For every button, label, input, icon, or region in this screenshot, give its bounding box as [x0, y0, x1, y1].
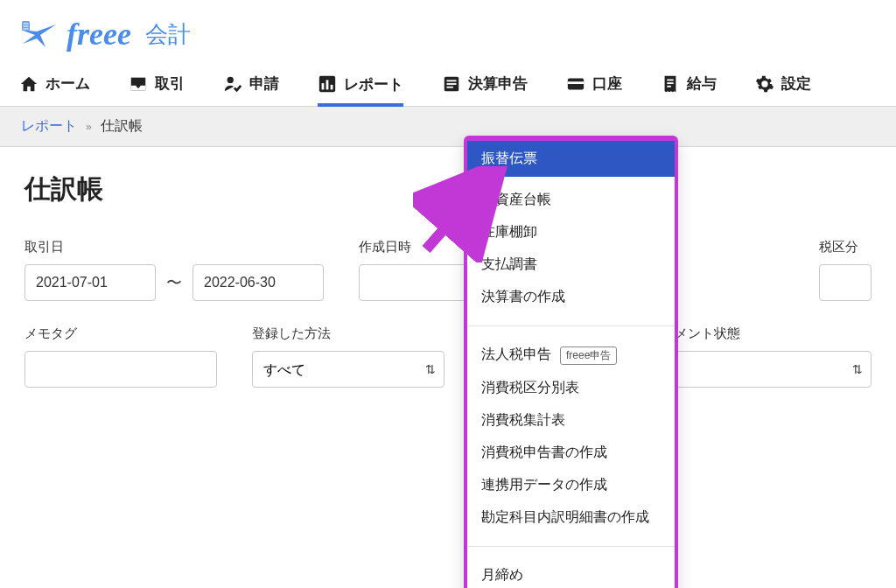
trade-date-label: 取引日	[24, 239, 324, 256]
trade-date-to-input[interactable]	[192, 264, 324, 301]
nav-application[interactable]: 申請	[223, 61, 279, 106]
page-title: 仕訳帳	[24, 172, 872, 207]
register-method-group: 登録した方法 すべて ⇅	[252, 326, 444, 388]
tax-label: 税区分	[819, 239, 872, 256]
dropdown-item[interactable]: 消費税申告書の作成	[467, 437, 675, 469]
nav-label: 設定	[781, 74, 811, 94]
svg-rect-16	[667, 82, 673, 84]
nav-label: 取引	[155, 74, 185, 94]
clipboard-list-icon	[442, 74, 461, 94]
comment-label: コメント状態	[662, 326, 872, 342]
tilde-separator: 〜	[166, 272, 182, 293]
register-select-wrap: すべて ⇅	[252, 351, 444, 388]
dropdown-item[interactable]: 消費税区分別表	[467, 372, 675, 404]
nav-payroll[interactable]: 給与	[661, 61, 717, 106]
svg-rect-8	[331, 85, 333, 90]
dropdown-highlight-item[interactable]: 振替伝票	[467, 141, 675, 177]
home-icon	[19, 74, 38, 94]
dropdown-item[interactable]: 月締め	[467, 559, 675, 588]
dropdown-item[interactable]: 定資産台帳	[467, 184, 675, 216]
dropdown-item[interactable]: 支払調書	[467, 248, 675, 281]
svg-rect-17	[667, 85, 671, 87]
svg-point-4	[228, 76, 234, 82]
dropdown-item[interactable]: 勘定科目内訳明細書の作成	[467, 501, 675, 534]
filter-row-2: メモタグ 登録した方法 すべて ⇅ コメント状態 ⇅	[24, 326, 872, 388]
brand-header: freee 会計	[0, 0, 896, 61]
badge: freee申告	[560, 346, 617, 365]
dropdown-group-1: 法人税申告freee申告消費税区分別表消費税集計表消費税申告書の作成連携用データ…	[467, 332, 675, 541]
dropdown-group-0: 定資産台帳在庫棚卸支払調書決算書の作成	[467, 177, 675, 320]
breadcrumb-root[interactable]: レポート	[21, 117, 77, 136]
svg-rect-11	[447, 83, 457, 85]
nav-settings[interactable]: 設定	[755, 61, 811, 106]
breadcrumb: レポート » 仕訳帳	[0, 107, 896, 147]
comment-select-wrap: ⇅	[662, 351, 872, 388]
closing-dropdown: 振替伝票 定資産台帳在庫棚卸支払調書決算書の作成 法人税申告freee申告消費税…	[464, 136, 678, 588]
memo-group: メモタグ	[24, 326, 217, 388]
memo-label: メモタグ	[24, 326, 217, 342]
nav-label: 申請	[249, 74, 279, 94]
register-label: 登録した方法	[252, 326, 444, 342]
trade-date-pair: 〜	[24, 264, 324, 301]
trade-date-group: 取引日 〜	[24, 239, 324, 301]
memo-input[interactable]	[24, 351, 217, 388]
brand-name: freee	[66, 16, 131, 52]
nav-transactions[interactable]: 取引	[129, 61, 185, 106]
svg-rect-6	[322, 83, 325, 89]
nav-closing[interactable]: 決算申告	[442, 61, 528, 106]
svg-rect-14	[568, 81, 584, 84]
chevron-right-icon: »	[86, 121, 92, 133]
nav-label: レポート	[344, 74, 403, 94]
nav-label: 口座	[592, 74, 622, 94]
svg-rect-7	[326, 80, 329, 89]
receipt-icon	[661, 74, 680, 94]
tax-group: 税区分	[819, 239, 872, 301]
bar-chart-icon	[318, 74, 337, 94]
dropdown-item[interactable]: 消費税集計表	[467, 404, 675, 437]
swallow-icon	[19, 19, 58, 49]
comment-select[interactable]	[662, 351, 872, 388]
brand-product: 会計	[145, 19, 191, 50]
dropdown-item[interactable]: 在庫棚卸	[467, 216, 675, 248]
filter-row-1: 取引日 〜 作成日時 〜 税区分	[24, 239, 872, 301]
nav-report[interactable]: レポート	[318, 62, 403, 107]
main-nav: ホーム 取引 申請 レポート 決算申告 口座 給与	[0, 61, 896, 107]
trade-date-from-input[interactable]	[24, 264, 156, 301]
svg-rect-10	[447, 80, 457, 81]
svg-rect-12	[447, 86, 453, 88]
breadcrumb-current: 仕訳帳	[101, 117, 143, 136]
card-icon	[566, 74, 585, 94]
svg-rect-15	[667, 79, 673, 80]
inbox-icon	[129, 74, 148, 94]
dropdown-item[interactable]: 法人税申告freee申告	[467, 339, 675, 372]
nav-account[interactable]: 口座	[566, 61, 622, 106]
dropdown-item[interactable]: 連携用データの作成	[467, 469, 675, 501]
menu-divider	[467, 546, 675, 547]
menu-divider	[467, 326, 675, 326]
nav-label: 給与	[687, 74, 717, 94]
person-check-icon	[223, 74, 242, 94]
nav-label: ホーム	[46, 74, 90, 94]
tax-input[interactable]	[819, 264, 872, 301]
register-select[interactable]: すべて	[252, 351, 444, 388]
comment-group: コメント状態 ⇅	[662, 326, 872, 388]
dropdown-group-2: 月締め年度締め	[467, 552, 675, 588]
gear-icon	[755, 74, 774, 94]
nav-home[interactable]: ホーム	[19, 61, 90, 106]
page-body: 仕訳帳 取引日 〜 作成日時 〜 税区分 メモタグ 登	[0, 147, 896, 388]
nav-label: 決算申告	[468, 74, 528, 94]
dropdown-item[interactable]: 決算書の作成	[467, 281, 675, 313]
